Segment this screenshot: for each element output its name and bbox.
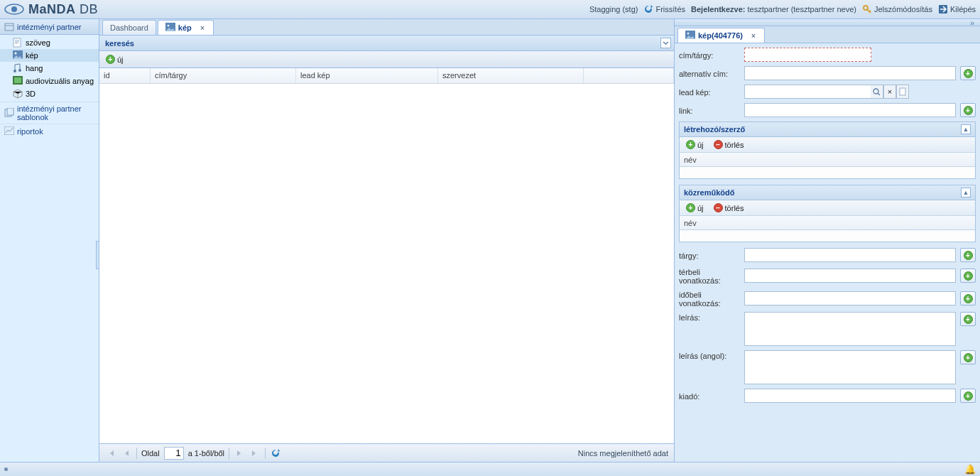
col-lead[interactable]: lead kép bbox=[296, 68, 438, 83]
minus-icon: − bbox=[714, 140, 723, 149]
sidebar-item-av[interactable]: audiovizuális anyag bbox=[0, 75, 99, 87]
col-rest bbox=[584, 68, 674, 83]
add-targy-button[interactable]: + bbox=[960, 248, 976, 262]
search-panel-header: keresés bbox=[99, 36, 674, 51]
tab-kep[interactable]: kép × bbox=[158, 20, 214, 35]
expand-icon[interactable]: » bbox=[967, 20, 977, 26]
app-logo: MaNDA DB bbox=[4, 2, 98, 17]
sidebar-item-label: szöveg bbox=[26, 38, 50, 47]
sidebar-item-kep[interactable]: kép bbox=[0, 49, 99, 62]
center-region: Dashboard kép × keresés + új id cím/tárg… bbox=[99, 19, 675, 462]
plus-icon: + bbox=[964, 353, 973, 362]
add-kiado-button[interactable]: + bbox=[960, 389, 976, 403]
tab-dashboard[interactable]: Dashboard bbox=[102, 20, 156, 35]
contrib-col-name[interactable]: név bbox=[680, 216, 975, 230]
next-page-button[interactable] bbox=[234, 448, 245, 459]
refresh-link[interactable]: Frissítés bbox=[643, 4, 685, 14]
collapse-button[interactable] bbox=[660, 38, 671, 48]
col-org[interactable]: szervezet bbox=[438, 68, 584, 83]
input-kiado[interactable] bbox=[744, 389, 956, 403]
sidebar-item-szoveg[interactable]: szöveg bbox=[0, 36, 99, 49]
lookup-clear-button[interactable]: × bbox=[883, 85, 896, 99]
creator-grid-body bbox=[680, 167, 975, 178]
refresh-page-button[interactable] bbox=[270, 448, 281, 459]
svg-point-7 bbox=[15, 53, 17, 55]
label-lead: lead kép: bbox=[679, 87, 740, 97]
col-id[interactable]: id bbox=[99, 68, 151, 83]
close-icon[interactable]: × bbox=[199, 24, 206, 31]
paging-toolbar: Oldal a 1-ből/ből Nincs megjeleníthető a… bbox=[99, 443, 674, 462]
add-idobeli-button[interactable]: + bbox=[960, 291, 976, 305]
lookup-doc-button[interactable] bbox=[896, 85, 909, 99]
subpanel-creator: létrehozó/szerző ▲ +új −törlés név bbox=[679, 121, 976, 179]
textarea-leiras[interactable] bbox=[744, 312, 956, 346]
label-idobeli: időbeli vonatkozás: bbox=[679, 289, 740, 308]
prev-page-button[interactable] bbox=[121, 448, 132, 459]
creator-delete-button[interactable]: −törlés bbox=[712, 139, 746, 150]
image-icon bbox=[685, 31, 695, 40]
sidebar-section-templates[interactable]: intézményi partner sablonok bbox=[0, 102, 99, 124]
status-bar: 🔔 bbox=[0, 462, 980, 476]
add-terbeli-button[interactable]: + bbox=[960, 269, 976, 283]
sidebar-section-reports[interactable]: riportok bbox=[0, 124, 99, 139]
sidebar-item-label: hang bbox=[26, 64, 43, 72]
film-icon bbox=[13, 76, 23, 86]
input-cim[interactable] bbox=[744, 48, 871, 62]
creator-new-button[interactable]: +új bbox=[684, 139, 706, 150]
input-terbeli[interactable] bbox=[744, 269, 956, 283]
svg-point-19 bbox=[873, 89, 878, 94]
page-input[interactable] bbox=[164, 447, 184, 460]
plus-icon: + bbox=[964, 106, 973, 115]
add-link-button[interactable]: + bbox=[960, 103, 976, 117]
status-dot bbox=[4, 467, 8, 471]
svg-point-1 bbox=[11, 6, 17, 12]
sidebar-item-hang[interactable]: hang bbox=[0, 62, 99, 75]
audio-icon bbox=[13, 63, 23, 73]
sidebar-item-3d[interactable]: 3D bbox=[0, 87, 99, 100]
contrib-delete-button[interactable]: −törlés bbox=[712, 202, 746, 213]
contrib-new-button[interactable]: +új bbox=[684, 202, 706, 213]
grid-body bbox=[99, 84, 674, 443]
new-button[interactable]: + új bbox=[104, 54, 126, 65]
sidebar-header[interactable]: intézményi partner bbox=[0, 19, 99, 35]
svg-rect-11 bbox=[14, 77, 21, 83]
svg-rect-13 bbox=[7, 108, 13, 115]
add-leiras-en-button[interactable]: + bbox=[960, 350, 976, 364]
right-panel-header: » bbox=[675, 19, 980, 26]
plus-icon: + bbox=[964, 391, 973, 401]
logout-link[interactable]: Kilépés bbox=[938, 4, 976, 14]
subpanel-contributor: közreműködő ▲ +új −törlés név bbox=[679, 185, 976, 242]
add-leiras-button[interactable]: + bbox=[960, 312, 976, 326]
page-label: Oldal bbox=[141, 449, 160, 458]
add-alt-button[interactable]: + bbox=[960, 66, 976, 80]
collapse-button[interactable]: ▲ bbox=[961, 188, 971, 198]
right-panel: » kép(404776) × cím/tárgy: alternatív cí… bbox=[675, 19, 980, 462]
input-lead[interactable] bbox=[744, 85, 871, 99]
svg-point-16 bbox=[168, 25, 170, 27]
input-idobeli[interactable] bbox=[744, 291, 956, 305]
input-targy[interactable] bbox=[744, 248, 956, 262]
notification-icon[interactable]: 🔔 bbox=[964, 464, 976, 475]
right-tabs: kép(404776) × bbox=[675, 26, 980, 43]
subpanel-contributor-header: közreműködő ▲ bbox=[680, 185, 975, 200]
last-page-button[interactable] bbox=[249, 448, 261, 459]
creator-col-name[interactable]: név bbox=[680, 153, 975, 167]
input-link[interactable] bbox=[744, 103, 956, 117]
lookup-search-button[interactable] bbox=[871, 85, 883, 99]
close-icon[interactable]: × bbox=[750, 32, 757, 39]
svg-point-18 bbox=[687, 33, 690, 35]
tab-kep-detail[interactable]: kép(404776) × bbox=[677, 28, 765, 43]
sidebar-collapse-handle[interactable] bbox=[96, 241, 99, 269]
collapse-button[interactable]: ▲ bbox=[961, 124, 971, 134]
input-alt[interactable] bbox=[744, 66, 956, 80]
logout-icon bbox=[938, 4, 948, 14]
plus-icon: + bbox=[964, 251, 973, 260]
first-page-button[interactable] bbox=[105, 448, 116, 459]
password-change-link[interactable]: Jelszómódosítás bbox=[862, 4, 932, 14]
label-leiras: leírás: bbox=[679, 312, 740, 322]
textarea-leiras-en[interactable] bbox=[744, 350, 956, 384]
cube-icon bbox=[13, 89, 23, 99]
header-right: Stagging (stg) Frissítés Bejelentkezve: … bbox=[589, 4, 976, 14]
label-kiado: kiadó: bbox=[679, 391, 740, 401]
col-title[interactable]: cím/tárgy bbox=[151, 68, 296, 83]
